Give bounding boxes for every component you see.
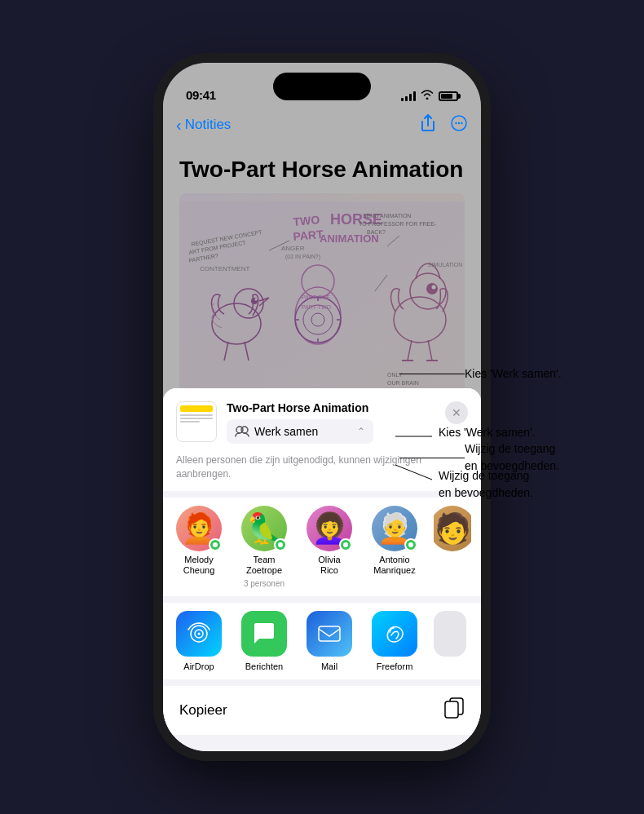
nav-back-button[interactable]: ‹ Notities xyxy=(176,117,231,133)
share-card-title: Two-Part Horse Animation xyxy=(227,401,373,414)
mail-label: Mail xyxy=(321,661,337,671)
online-badge-antonio xyxy=(404,538,417,551)
annotation-collaborate: Kies 'Werk samen'. xyxy=(465,367,562,380)
svg-point-3 xyxy=(461,122,462,123)
person-partial: 🧑 xyxy=(434,506,471,588)
airdrop-app-icon xyxy=(176,611,222,657)
svg-point-52 xyxy=(198,633,201,635)
more-app-icon xyxy=(434,611,466,657)
freeform-app-icon xyxy=(372,611,417,657)
people-row: 🧑‍🦰 MelodyCheung 🦜 Team Zoetrope xyxy=(163,498,481,596)
svg-rect-55 xyxy=(445,701,458,718)
back-arrow-icon: ‹ xyxy=(176,117,182,133)
copy-label[interactable]: Kopieer xyxy=(179,702,227,719)
nav-bar: ‹ Notities xyxy=(163,107,481,143)
svg-point-49 xyxy=(241,427,248,433)
online-badge-olivia xyxy=(339,538,352,551)
app-more-partial[interactable] xyxy=(434,611,466,671)
svg-point-2 xyxy=(458,122,460,123)
status-time: 09:41 xyxy=(186,88,216,102)
avatar-partial: 🧑 xyxy=(434,506,471,551)
dropdown-arrow-icon: ⌃ xyxy=(357,426,365,437)
callout-collaborate: Kies 'Werk samen'. xyxy=(439,424,536,441)
share-close-button[interactable]: ✕ xyxy=(445,401,468,424)
bottom-bar: Kopieer xyxy=(163,686,481,735)
collaborate-dropdown[interactable]: Werk samen ⌃ xyxy=(227,419,373,444)
svg-rect-53 xyxy=(319,626,340,641)
person-sub-team: 3 personen xyxy=(244,579,285,588)
mail-app-icon xyxy=(307,611,352,657)
status-icons xyxy=(401,90,458,102)
battery-icon xyxy=(439,91,458,101)
apps-row: AirDrop Berichten xyxy=(163,603,481,679)
online-badge-team xyxy=(274,538,287,551)
person-name-antonio: AntonioManriquez xyxy=(373,555,415,576)
app-freeform[interactable]: Freeform xyxy=(368,611,421,671)
more-options-icon-button[interactable] xyxy=(450,114,468,136)
collaborate-label: Werk samen xyxy=(254,425,318,438)
wifi-icon xyxy=(421,90,434,102)
berichten-label: Berichten xyxy=(245,661,283,671)
nav-back-label: Notities xyxy=(185,117,232,133)
airdrop-label: AirDrop xyxy=(183,661,214,671)
dynamic-island xyxy=(273,73,371,100)
messages-app-icon xyxy=(241,611,287,657)
group-icon xyxy=(235,426,249,437)
annotation-permissions: Wijzig de toegangen bevoegdheden. xyxy=(465,440,559,475)
person-team-zoetrope[interactable]: 🦜 Team Zoetrope 3 personen xyxy=(238,506,290,588)
nav-actions xyxy=(419,114,468,136)
share-icon-button[interactable] xyxy=(419,114,437,136)
app-berichten[interactable]: Berichten xyxy=(238,611,290,671)
person-name-olivia: OliviaRico xyxy=(318,555,341,576)
person-name-team: Team Zoetrope xyxy=(238,555,290,576)
person-olivia[interactable]: 👩‍🦱 OliviaRico xyxy=(303,506,355,588)
person-melody[interactable]: 🧑‍🦰 MelodyCheung xyxy=(173,506,225,588)
copy-icon[interactable] xyxy=(443,697,465,723)
app-airdrop[interactable]: AirDrop xyxy=(173,611,225,671)
share-card-info: Two-Part Horse Animation xyxy=(227,401,373,444)
phone-frame: 09:41 xyxy=(163,63,481,751)
svg-point-1 xyxy=(455,122,457,123)
share-sheet-header: Two-Part Horse Animation xyxy=(163,388,481,491)
freeform-label: Freeform xyxy=(377,661,413,671)
person-name-melody: MelodyCheung xyxy=(183,555,215,576)
app-mail[interactable]: Mail xyxy=(303,611,355,671)
close-icon: ✕ xyxy=(452,406,461,419)
person-antonio[interactable]: 🧑‍🦳 AntonioManriquez xyxy=(368,506,421,588)
share-card: Two-Part Horse Animation xyxy=(176,401,373,444)
online-badge-melody xyxy=(209,538,222,551)
signal-bars-icon xyxy=(401,91,416,101)
note-thumbnail xyxy=(176,401,217,442)
